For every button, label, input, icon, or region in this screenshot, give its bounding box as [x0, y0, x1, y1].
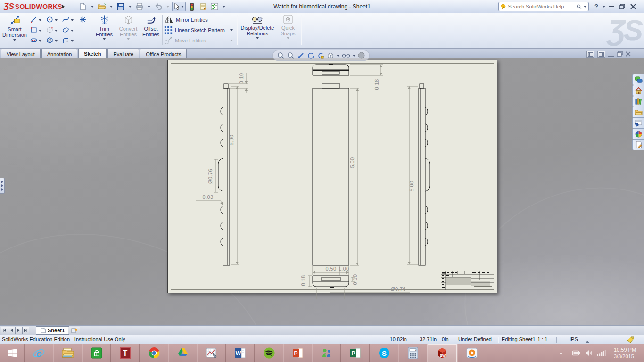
view-palette-icon[interactable]	[632, 117, 644, 129]
tag-icon[interactable]	[627, 336, 634, 344]
taskbar-powerpoint[interactable]: P	[283, 344, 312, 362]
slot-icon[interactable]	[30, 37, 37, 45]
taskbar-windows-store[interactable]	[82, 344, 111, 362]
dim-bottom-tab-height[interactable]: 0.10	[352, 274, 358, 285]
appearances-sphere-icon[interactable]	[632, 128, 644, 140]
dim-left-overall-height[interactable]: 5.00	[229, 134, 234, 145]
rectangle-dropdown[interactable]	[39, 30, 41, 32]
hide-show-items-dropdown[interactable]	[353, 55, 355, 57]
linear-sketch-pattern-button[interactable]: Linear Sketch Pattern	[164, 25, 233, 35]
doc-restore-button[interactable]	[617, 51, 623, 58]
dim-bottom-outer-width[interactable]: 1.00	[338, 266, 349, 272]
dim-bottom-inner-width[interactable]: 0.50	[325, 266, 336, 272]
minimize-button[interactable]	[607, 3, 616, 10]
feature-manager-collapsed-tab[interactable]	[0, 178, 5, 194]
help-search-input[interactable]	[508, 4, 575, 9]
zoom-to-area-icon[interactable]	[287, 52, 295, 59]
taskbar-calculator[interactable]: 0	[398, 344, 427, 362]
graphics-area[interactable]: 0.10 5.00 Ø0.76 0.03	[0, 58, 644, 325]
taskbar-spotify[interactable]	[255, 344, 283, 362]
show-hidden-icons[interactable]	[559, 344, 563, 362]
mirror-entities-button[interactable]: Mirror Entities	[164, 15, 208, 25]
linear-sketch-pattern-dropdown[interactable]	[230, 29, 233, 31]
rotate-view-icon[interactable]	[307, 52, 314, 59]
search-dropdown[interactable]	[584, 6, 586, 8]
taskbar-publisher[interactable]: P	[341, 344, 370, 362]
next-sheet-button[interactable]	[15, 327, 22, 334]
sheet-tab[interactable]: Sheet1	[36, 326, 69, 335]
clock[interactable]: 10:59 PM 3/3/2015	[614, 346, 636, 360]
trim-entities-dropdown[interactable]	[103, 38, 106, 40]
polygon-dropdown[interactable]	[55, 40, 58, 42]
doc-close-button[interactable]	[626, 51, 631, 58]
polygon-icon[interactable]	[46, 37, 53, 45]
taskbar-red-t-app[interactable]: T	[111, 344, 140, 362]
tab-sketch[interactable]: Sketch	[78, 49, 107, 58]
units-dropdown-icon[interactable]	[586, 338, 589, 344]
ellipse-dropdown[interactable]	[71, 30, 74, 32]
doc-minimize-button[interactable]	[608, 56, 614, 57]
taskbar-solidworks[interactable]: SW	[427, 344, 457, 362]
last-sheet-button[interactable]	[22, 327, 29, 334]
forum-chat-icon[interactable]	[632, 74, 644, 85]
custom-properties-document-icon[interactable]	[632, 139, 644, 150]
hide-show-items-glasses-icon[interactable]	[342, 52, 350, 58]
restore-button[interactable]	[618, 3, 626, 10]
design-library-books-icon[interactable]	[632, 96, 644, 107]
collapse-left-pane-icon[interactable]	[586, 51, 594, 58]
battery-icon[interactable]	[572, 344, 580, 362]
arc-icon[interactable]	[46, 26, 53, 34]
fillet-dropdown[interactable]	[71, 40, 74, 42]
taskbar-google-drive[interactable]	[168, 344, 197, 362]
taskbar-word[interactable]: W	[226, 344, 255, 362]
tab-office-products[interactable]: Office Products	[140, 49, 187, 58]
taskbar-file-explorer[interactable]	[53, 344, 82, 362]
fillet-icon[interactable]	[62, 37, 69, 45]
arc-dropdown[interactable]	[55, 30, 58, 32]
display-delete-relations-dropdown[interactable]	[256, 37, 259, 39]
trim-entities-button[interactable]: Trim Entities	[93, 14, 116, 40]
tab-evaluate[interactable]: Evaluate	[107, 49, 139, 58]
help-search[interactable]: ?	[498, 2, 589, 11]
dim-bottom-diameter[interactable]: Ø0.76	[391, 286, 406, 292]
close-button[interactable]	[629, 3, 637, 10]
network-signal-icon[interactable]	[597, 344, 606, 362]
view-settings-dropdown[interactable]	[337, 55, 339, 57]
dim-bottom-detail-height[interactable]: 0.18	[300, 275, 306, 286]
circle-dropdown[interactable]	[55, 19, 58, 21]
slot-dropdown[interactable]	[39, 40, 41, 42]
taskbar-chrome[interactable]	[140, 344, 168, 362]
smart-dimension-button[interactable]: Smart Dimension	[2, 14, 27, 41]
collapse-right-pane-icon[interactable]	[597, 51, 605, 58]
first-sheet-button[interactable]	[1, 327, 8, 334]
units-selector[interactable]: IPS	[570, 337, 578, 342]
add-sheet-button[interactable]	[68, 327, 80, 334]
file-explorer-folder-icon[interactable]	[632, 107, 644, 118]
dim-right-overall-height[interactable]: 5.00	[409, 181, 414, 191]
dim-crown-diameter[interactable]: Ø0.76	[207, 169, 213, 184]
dim-band-thickness[interactable]: 0.03	[202, 194, 213, 200]
tab-view-layout[interactable]: View Layout	[1, 49, 41, 58]
dim-left-tab-height[interactable]: 0.10	[239, 73, 244, 83]
line-icon[interactable]	[30, 16, 37, 24]
smart-dimension-dropdown[interactable]	[13, 39, 16, 41]
view-settings-cube-icon[interactable]	[327, 52, 334, 59]
offset-entities-button[interactable]: Offset Entities	[140, 14, 162, 37]
dim-front-overall-height[interactable]: 5.00	[349, 157, 355, 168]
display-delete-relations-button[interactable]: Display/Delete Relations	[239, 14, 276, 39]
taskbar-media-player[interactable]	[457, 344, 486, 362]
rectangle-icon[interactable]	[30, 26, 37, 34]
line-dropdown[interactable]	[39, 19, 41, 21]
taskbar-internet-explorer[interactable]: e	[25, 344, 53, 362]
start-button[interactable]	[0, 344, 25, 362]
taskbar-graphing-app[interactable]	[197, 344, 226, 362]
circle-icon[interactable]	[46, 16, 53, 24]
volume-icon[interactable]	[585, 344, 593, 362]
ellipse-icon[interactable]	[62, 26, 69, 34]
tab-annotation[interactable]: Annotation	[41, 49, 78, 58]
drawing-sheet[interactable]: 0.10 5.00 Ø0.76 0.03	[167, 60, 497, 293]
taskbar-skype[interactable]: S	[370, 344, 398, 362]
redraw-icon[interactable]	[317, 52, 324, 59]
previous-sheet-button[interactable]	[8, 327, 15, 334]
dim-top-detail-height[interactable]: 0.18	[374, 79, 380, 90]
